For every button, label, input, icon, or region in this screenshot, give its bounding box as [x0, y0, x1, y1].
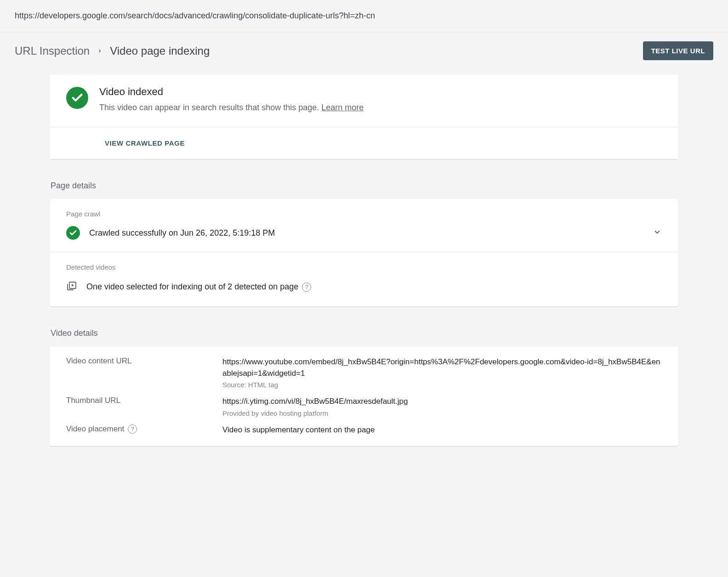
url-bar: https://developers.google.com/search/doc…: [0, 0, 728, 32]
chevron-right-icon: [97, 45, 102, 56]
detected-videos-label: Detected videos: [50, 252, 678, 275]
page-crawl-row[interactable]: Crawled successfully on Jun 26, 2022, 5:…: [50, 221, 678, 252]
video-content-url-source: Source: HTML tag: [222, 381, 662, 389]
learn-more-link[interactable]: Learn more: [321, 103, 364, 112]
video-details-card: Video content URL https://www.youtube.co…: [50, 346, 678, 446]
help-icon[interactable]: ?: [128, 424, 137, 434]
breadcrumb-row: URL Inspection Video page indexing TEST …: [0, 32, 728, 69]
breadcrumb-current: Video page indexing: [110, 45, 210, 57]
chevron-down-icon: [653, 227, 662, 239]
page-details-label: Page details: [50, 164, 678, 199]
detected-videos-text: One video selected for indexing out of 2…: [86, 282, 311, 292]
help-icon[interactable]: ?: [302, 283, 311, 292]
video-content-url-value: https://www.youtube.com/embed/8j_hxBw5B4…: [222, 356, 662, 379]
video-content-url-label: Video content URL: [66, 356, 218, 366]
page-crawl-label: Page crawl: [50, 199, 678, 221]
check-circle-icon: [66, 87, 88, 109]
video-details-label: Video details: [50, 312, 678, 346]
thumbnail-url-value: https://i.ytimg.com/vi/8j_hxBw5B4E/maxre…: [222, 396, 662, 407]
crawl-status-text: Crawled successfully on Jun 26, 2022, 5:…: [89, 228, 275, 238]
thumbnail-url-label: Thumbnail URL: [66, 396, 218, 405]
test-live-url-button[interactable]: TEST LIVE URL: [643, 41, 713, 60]
video-library-icon: [66, 280, 77, 294]
breadcrumb: URL Inspection Video page indexing: [15, 45, 210, 57]
thumbnail-source: Provided by video hosting platform: [222, 409, 662, 417]
check-circle-icon: [66, 226, 80, 240]
breadcrumb-root[interactable]: URL Inspection: [15, 45, 90, 57]
page-details-card: Page crawl Crawled successfully on Jun 2…: [50, 199, 678, 306]
view-crawled-page-button[interactable]: VIEW CRAWLED PAGE: [50, 127, 678, 159]
video-placement-value: Video is supplementary content on the pa…: [222, 424, 662, 436]
video-placement-label: Video placement ?: [66, 424, 218, 434]
status-card: Video indexed This video can appear in s…: [50, 75, 678, 159]
status-desc: This video can appear in search results …: [99, 102, 364, 114]
status-title: Video indexed: [99, 86, 364, 98]
detected-videos-row: One video selected for indexing out of 2…: [50, 275, 678, 306]
